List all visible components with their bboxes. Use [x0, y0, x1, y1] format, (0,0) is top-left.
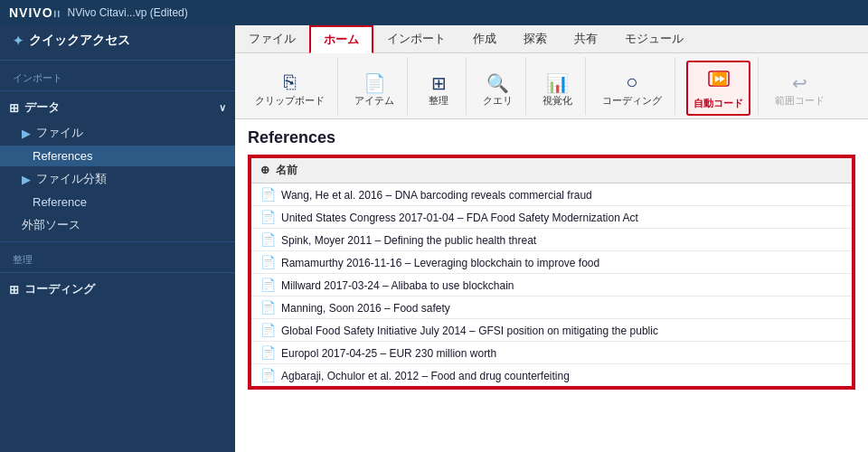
reference-title: Agbaraji, Ochulor et al. 2012 – Food and… [281, 370, 570, 382]
sidebar-item-file[interactable]: ▶ ファイル [0, 120, 235, 146]
references-table-wrapper: ⊕ 名前 📄Wang, He et al. 2016 – DNA barcodi… [248, 155, 855, 390]
table-row[interactable]: 📄United States Congress 2017-01-04 – FDA… [250, 206, 853, 229]
title-bar: NVIVO⁞⁞ NVivo Citavi...vp (Edited) [0, 0, 868, 25]
reference-title: Ramamurthy 2016-11-16 – Leveraging block… [281, 257, 599, 269]
clipboard-icon: ⎘ [284, 72, 296, 92]
sidebar-item-external[interactable]: 外部ソース [0, 212, 235, 238]
reference-title: Manning, Soon 2016 – Food safety [281, 302, 450, 315]
sidebar: ✦ クイックアクセス インポート ⊞ データ ∨ ▶ ファイル Referenc… [0, 25, 235, 452]
ribbon-group-rangecode: ↩ 範囲コード [762, 57, 837, 115]
tab-import[interactable]: インポート [373, 25, 459, 53]
tab-module[interactable]: モジュール [611, 25, 697, 53]
pdf-icon: 📄 [260, 278, 276, 292]
filecat-icon: ▶ [22, 173, 31, 186]
references-area: References ⊕ 名前 📄Wang, He et al. 2016 – … [235, 119, 868, 452]
reference-title: Spink, Moyer 2011 – Defining the public … [281, 234, 536, 247]
clipboard-button[interactable]: ⎘ クリップボード [250, 69, 330, 111]
sidebar-item-data[interactable]: ⊞ データ ∨ [0, 95, 235, 120]
query-button[interactable]: 🔍 クエリ [477, 71, 518, 111]
file-folder-icon: ▶ [22, 127, 31, 140]
ribbon: ファイル ホーム インポート 作成 探索 共有 モジュール ⎘ クリップボード [235, 25, 868, 119]
reference-title: Millward 2017-03-24 – Alibaba to use blo… [281, 279, 514, 292]
organize-icon: ⊞ [431, 74, 447, 92]
reference-cell: 📄Spink, Moyer 2011 – Defining the public… [250, 229, 853, 251]
table-row[interactable]: 📄Europol 2017-04-25 – EUR 230 million wo… [250, 342, 853, 364]
reference-cell: 📄Wang, He et al. 2016 – DNA barcoding re… [250, 184, 853, 206]
sidebar-section-import: インポート [0, 64, 235, 87]
tab-home[interactable]: ホーム [309, 25, 373, 53]
autocode-button[interactable]: ⏩ 自動コード [686, 61, 750, 116]
column-header-name[interactable]: ⊕ 名前 [250, 157, 853, 184]
sidebar-divider-3 [0, 241, 235, 242]
sidebar-section-organize: 整理 [0, 246, 235, 268]
table-row[interactable]: 📄Ramamurthy 2016-11-16 – Leveraging bloc… [250, 251, 853, 274]
table-row[interactable]: 📄Wang, He et al. 2016 – DNA barcoding re… [250, 184, 853, 206]
item-button[interactable]: 📄 アイテム [349, 71, 400, 111]
reference-title: Global Food Safety Initiative July 2014 … [281, 325, 658, 337]
ribbon-group-item: 📄 アイテム [342, 57, 408, 115]
reference-title: Europol 2017-04-25 – EUR 230 million wor… [281, 347, 496, 360]
reference-cell: 📄Agbaraji, Ochulor et al. 2012 – Food an… [250, 364, 853, 388]
sidebar-divider-4 [0, 272, 235, 273]
reference-cell: 📄United States Congress 2017-01-04 – FDA… [250, 206, 853, 229]
ribbon-group-query: 🔍 クエリ [470, 57, 526, 115]
ribbon-group-visualize: 📊 視覚化 [530, 57, 586, 115]
table-row[interactable]: 📄Agbaraji, Ochulor et al. 2012 – Food an… [250, 364, 853, 388]
svg-text:⏩: ⏩ [711, 71, 727, 87]
coding-sidebar-icon: ⊞ [9, 283, 19, 297]
ribbon-group-coding: ○ コーディング [590, 57, 675, 115]
ribbon-group-clipboard: ⎘ クリップボード [242, 57, 338, 115]
organize-button[interactable]: ⊞ 整理 [419, 71, 458, 111]
reference-title: United States Congress 2017-01-04 – FDA … [281, 212, 638, 224]
pdf-icon: 📄 [260, 345, 276, 360]
sidebar-item-coding[interactable]: ⊞ コーディング [0, 277, 235, 302]
autocode-icon: ⏩ [706, 66, 731, 95]
sort-icon: ⊕ [260, 164, 269, 176]
item-icon: 📄 [363, 74, 386, 92]
rangecode-icon: ↩ [792, 74, 807, 92]
visualize-button[interactable]: 📊 視覚化 [537, 71, 578, 111]
sidebar-item-reference[interactable]: Reference [0, 192, 235, 212]
ribbon-tabs: ファイル ホーム インポート 作成 探索 共有 モジュール [235, 25, 868, 53]
reference-cell: 📄Global Food Safety Initiative July 2014… [250, 319, 853, 342]
reference-title: Wang, He et al. 2016 – DNA barcoding rev… [281, 189, 592, 202]
table-row[interactable]: 📄Millward 2017-03-24 – Alibaba to use bl… [250, 274, 853, 297]
sidebar-divider-2 [0, 90, 235, 91]
tab-share[interactable]: 共有 [561, 25, 611, 53]
rangecode-button[interactable]: ↩ 範囲コード [769, 71, 830, 111]
pdf-icon: 📄 [260, 368, 276, 382]
table-row[interactable]: 📄Spink, Moyer 2011 – Defining the public… [250, 229, 853, 251]
app-logo: NVIVO⁞⁞ [9, 5, 61, 20]
pdf-icon: 📄 [260, 210, 276, 224]
pdf-icon: 📄 [260, 300, 276, 315]
coding-ribbon-icon: ○ [626, 72, 637, 92]
data-icon: ⊞ [9, 101, 19, 115]
reference-cell: 📄Ramamurthy 2016-11-16 – Leveraging bloc… [250, 251, 853, 274]
project-name: NVivo Citavi...vp (Edited) [68, 6, 188, 19]
sidebar-item-filecat[interactable]: ▶ ファイル分類 [0, 166, 235, 192]
query-icon: 🔍 [486, 74, 509, 92]
tab-file[interactable]: ファイル [235, 25, 309, 53]
sidebar-item-references[interactable]: References [0, 146, 235, 166]
references-table: ⊕ 名前 📄Wang, He et al. 2016 – DNA barcodi… [250, 156, 854, 388]
tab-explore[interactable]: 探索 [510, 25, 561, 53]
table-row[interactable]: 📄Manning, Soon 2016 – Food safety [250, 297, 853, 319]
table-row[interactable]: 📄Global Food Safety Initiative July 2014… [250, 319, 853, 342]
pin-icon: ✦ [13, 33, 24, 48]
pdf-icon: 📄 [260, 323, 276, 337]
pdf-icon: 📄 [260, 232, 276, 247]
expand-icon: ∨ [219, 102, 226, 114]
visualize-icon: 📊 [546, 74, 569, 92]
ribbon-content: ⎘ クリップボード 📄 アイテム [235, 53, 868, 118]
quick-access: ✦ クイックアクセス [0, 25, 235, 56]
page-title: References [248, 128, 855, 147]
pdf-icon: 📄 [260, 255, 276, 269]
pdf-icon: 📄 [260, 187, 276, 202]
coding-button[interactable]: ○ コーディング [597, 69, 667, 111]
ribbon-group-organize: ⊞ 整理 [411, 57, 467, 115]
sidebar-divider [0, 60, 235, 61]
main-content: ファイル ホーム インポート 作成 探索 共有 モジュール ⎘ クリップボード [235, 25, 868, 452]
reference-cell: 📄Millward 2017-03-24 – Alibaba to use bl… [250, 274, 853, 297]
tab-create[interactable]: 作成 [459, 25, 510, 53]
ribbon-group-autocode: ⏩ 自動コード [679, 57, 759, 115]
